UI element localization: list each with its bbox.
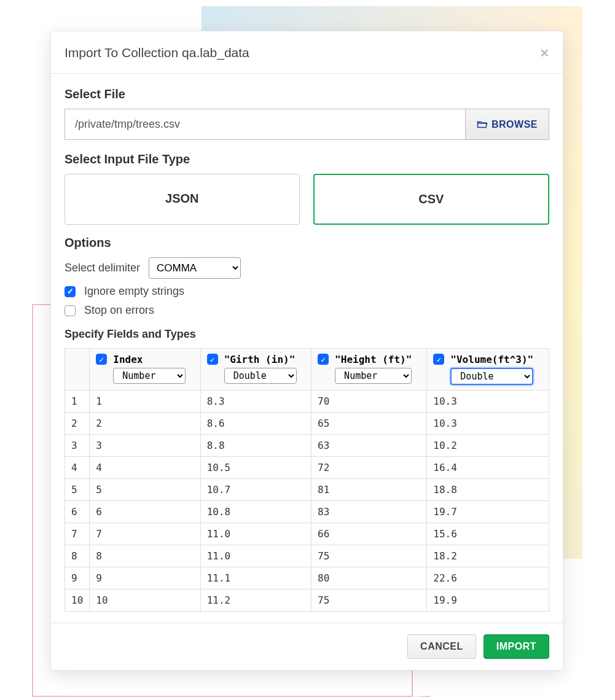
column-name: Index (113, 354, 186, 365)
table-header-row: IndexNumber"Girth (in)"Double"Height (ft… (65, 349, 549, 391)
table-row: 118.37010.3 (65, 391, 549, 413)
stop-errors-row: Stop on errors (65, 304, 549, 317)
row-index-cell: 4 (65, 457, 90, 479)
data-cell: 9 (90, 567, 200, 589)
table-row: 6610.88319.7 (65, 501, 549, 523)
data-cell: 10 (90, 589, 200, 612)
table-row: 338.86310.2 (65, 435, 549, 457)
ignore-empty-label: Ignore empty strings (84, 285, 184, 298)
column-name: "Volume(ft^3)" (450, 354, 533, 365)
data-cell: 18.8 (427, 479, 549, 501)
column-header: "Height (ft)"Number (311, 349, 427, 391)
stop-errors-checkbox[interactable] (65, 305, 76, 316)
column-include-checkbox[interactable] (96, 354, 107, 365)
data-cell: 10.3 (427, 391, 549, 413)
column-header: "Volume(ft^3)"Double (427, 349, 549, 391)
filetype-csv-button[interactable]: CSV (313, 174, 550, 225)
options-label: Options (65, 236, 549, 250)
row-index-cell: 8 (65, 545, 90, 567)
data-cell: 10.5 (200, 457, 311, 479)
delimiter-row: Select delimiter COMMA (65, 257, 549, 279)
column-name: "Girth (in)" (224, 354, 297, 365)
data-cell: 2 (90, 413, 200, 435)
row-index-header (65, 349, 90, 391)
table-row: 4410.57216.4 (65, 457, 549, 479)
data-cell: 18.2 (427, 545, 549, 567)
table-row: 9911.18022.6 (65, 567, 549, 589)
cancel-button[interactable]: CANCEL (407, 634, 476, 659)
row-index-cell: 1 (65, 391, 90, 413)
preview-table: IndexNumber"Girth (in)"Double"Height (ft… (65, 348, 549, 612)
data-cell: 83 (311, 501, 427, 523)
stop-errors-label: Stop on errors (84, 304, 154, 317)
data-cell: 15.6 (427, 523, 549, 545)
table-row: 101011.27519.9 (65, 589, 549, 612)
data-cell: 11.2 (200, 589, 311, 612)
select-file-label: Select File (65, 87, 549, 101)
row-index-cell: 9 (65, 567, 90, 589)
folder-open-icon (477, 120, 488, 129)
data-cell: 8.8 (200, 435, 311, 457)
table-row: 5510.78118.8 (65, 479, 549, 501)
row-index-cell: 6 (65, 501, 90, 523)
file-path-input[interactable] (65, 109, 465, 140)
modal-header: Import To Collection qa.lab_data × (51, 31, 563, 74)
modal-footer: CANCEL IMPORT (51, 623, 563, 670)
column-include-checkbox[interactable] (207, 354, 218, 365)
data-cell: 6 (90, 501, 200, 523)
data-cell: 5 (90, 479, 200, 501)
browse-button[interactable]: BROWSE (465, 109, 549, 140)
ignore-empty-checkbox[interactable] (65, 286, 76, 297)
filetype-json-button[interactable]: JSON (65, 174, 300, 225)
column-header: IndexNumber (90, 349, 200, 391)
column-header: "Girth (in)"Double (200, 349, 311, 391)
data-cell: 19.7 (427, 501, 549, 523)
data-cell: 7 (90, 523, 200, 545)
modal-title: Import To Collection qa.lab_data (65, 45, 249, 60)
data-cell: 81 (311, 479, 427, 501)
data-cell: 1 (90, 391, 200, 413)
data-cell: 10.2 (427, 435, 549, 457)
table-body: 118.37010.3228.66510.3338.86310.24410.57… (65, 391, 549, 612)
data-cell: 80 (311, 567, 427, 589)
data-cell: 70 (311, 391, 427, 413)
data-cell: 8.3 (200, 391, 311, 413)
data-cell: 10.3 (427, 413, 549, 435)
column-type-select[interactable]: Number (335, 368, 412, 384)
data-cell: 3 (90, 435, 200, 457)
delimiter-select[interactable]: COMMA (149, 257, 241, 279)
import-button[interactable]: IMPORT (484, 634, 549, 659)
data-cell: 75 (311, 545, 427, 567)
data-cell: 4 (90, 457, 200, 479)
data-cell: 10.7 (200, 479, 311, 501)
import-modal: Import To Collection qa.lab_data × Selec… (50, 31, 563, 671)
data-cell: 8.6 (200, 413, 311, 435)
delimiter-label: Select delimiter (65, 262, 140, 274)
data-cell: 8 (90, 545, 200, 567)
column-type-select[interactable]: Double (224, 368, 297, 384)
close-icon[interactable]: × (540, 45, 549, 61)
data-cell: 10.8 (200, 501, 311, 523)
row-index-cell: 7 (65, 523, 90, 545)
column-include-checkbox[interactable] (433, 354, 444, 365)
filetype-row: JSONCSV (65, 174, 549, 225)
ignore-empty-row: Ignore empty strings (65, 285, 549, 298)
file-row: BROWSE (65, 109, 549, 140)
data-cell: 11.0 (200, 523, 311, 545)
table-row: 8811.07518.2 (65, 545, 549, 567)
column-name: "Height (ft)" (335, 354, 412, 365)
data-cell: 22.6 (427, 567, 549, 589)
row-index-cell: 5 (65, 479, 90, 501)
column-type-select[interactable]: Number (113, 368, 186, 384)
select-filetype-label: Select Input File Type (65, 152, 549, 166)
column-type-select[interactable]: Double (450, 368, 533, 385)
column-include-checkbox[interactable] (318, 354, 329, 365)
row-index-cell: 3 (65, 435, 90, 457)
data-cell: 11.1 (200, 567, 311, 589)
data-cell: 16.4 (427, 457, 549, 479)
data-cell: 65 (311, 413, 427, 435)
browse-label: BROWSE (492, 119, 538, 130)
data-cell: 75 (311, 589, 427, 612)
data-cell: 72 (311, 457, 427, 479)
data-cell: 66 (311, 523, 427, 545)
